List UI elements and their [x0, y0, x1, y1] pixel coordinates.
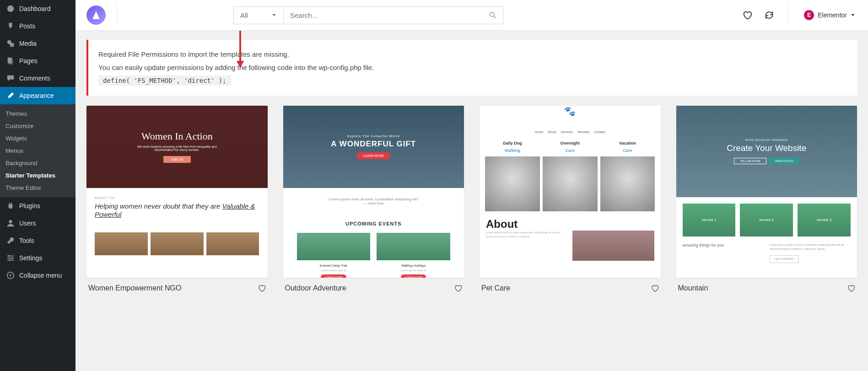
- notice-code: define( 'FS_METHOD', 'direct' );: [98, 75, 231, 86]
- divider: [788, 5, 788, 26]
- nav-media[interactable]: Media: [0, 35, 75, 52]
- content: Required File Permissions to import the …: [75, 31, 868, 371]
- page-icon: [5, 56, 16, 66]
- brush-icon: [5, 91, 16, 101]
- nav-label: Tools: [19, 237, 34, 244]
- category-filter[interactable]: All: [233, 6, 284, 24]
- sub-starter-templates[interactable]: Starter Templates: [0, 169, 75, 182]
- mock-subheading: Helping women never doubt that they are …: [95, 202, 259, 219]
- template-thumbnail: multi-purpose template Create Your Websi…: [676, 106, 857, 278]
- sub-themes[interactable]: Themes: [0, 108, 75, 120]
- builder-select[interactable]: E Elementor: [802, 7, 857, 23]
- template-thumbnail: Women In Action We work towards ensuring…: [86, 106, 268, 278]
- sub-customize[interactable]: Customize: [0, 120, 75, 132]
- plug-icon: [5, 201, 16, 211]
- template-thumbnail: 🐾 HomeAboutServicesReviewsContact Daily …: [480, 106, 661, 278]
- nav-label: Users: [19, 220, 36, 227]
- mock-heading: About: [486, 218, 654, 231]
- nav-label: Dashboard: [19, 5, 51, 12]
- brand-logo: [86, 5, 106, 25]
- template-title: Mountain: [678, 284, 708, 292]
- nav-collapse[interactable]: Collapse menu: [0, 267, 75, 284]
- topbar: All E Elementor: [75, 0, 868, 31]
- chevron-down-icon: [271, 12, 277, 18]
- svg-point-10: [9, 259, 11, 261]
- admin-sidebar: Dashboard Posts Media Pages Comments App…: [0, 0, 75, 371]
- error-notice: Required File Permissions to import the …: [86, 40, 857, 96]
- sub-background[interactable]: Background: [0, 157, 75, 169]
- favorite-button[interactable]: [454, 284, 462, 292]
- search-input[interactable]: [290, 11, 489, 19]
- comment-icon: [5, 73, 16, 83]
- favorite-button[interactable]: [847, 284, 855, 292]
- pin-icon: [5, 21, 16, 31]
- mock-subheading: UPCOMING EVENTS: [283, 221, 464, 226]
- media-icon: [5, 38, 16, 48]
- nav-label: Comments: [19, 75, 50, 82]
- builder-label: Elementor: [818, 11, 847, 19]
- nav-comments[interactable]: Comments: [0, 70, 75, 87]
- nav-settings[interactable]: Settings: [0, 249, 75, 267]
- svg-point-9: [11, 257, 13, 259]
- caret-down-icon: [851, 13, 855, 17]
- mock-heading: Create Your Website: [727, 143, 806, 153]
- svg-rect-3: [9, 59, 13, 65]
- template-title: Women Empowerment NGO: [88, 284, 181, 292]
- wrench-icon: [5, 236, 16, 246]
- nav-label: Pages: [19, 57, 38, 65]
- mock-text: multi-purpose template: [745, 138, 788, 141]
- nav-label: Plugins: [19, 202, 40, 210]
- appearance-submenu: Themes Customize Widgets Menus Backgroun…: [0, 104, 75, 197]
- sub-widgets[interactable]: Widgets: [0, 132, 75, 145]
- templates-grid: Women In Action We work towards ensuring…: [86, 106, 857, 292]
- sync-button[interactable]: [764, 10, 774, 20]
- svg-point-4: [9, 220, 12, 223]
- notice-line-2: You can easily update permissions by add…: [98, 61, 847, 75]
- mock-text: Explore The Colourful World: [347, 134, 400, 138]
- nav-label: Posts: [19, 22, 35, 30]
- nav-label: Appearance: [19, 92, 54, 99]
- nav-tools[interactable]: Tools: [0, 232, 75, 249]
- notice-line-1: Required File Permissions to import the …: [98, 48, 847, 61]
- elementor-icon: E: [804, 10, 814, 20]
- nav-label: Media: [19, 40, 37, 47]
- nav-appearance[interactable]: Appearance: [0, 87, 75, 104]
- favorites-button[interactable]: [742, 10, 752, 20]
- nav-label: Collapse menu: [19, 272, 62, 279]
- favorite-button[interactable]: [258, 284, 266, 292]
- template-card[interactable]: AGENCY 🐾 HomeAboutServicesReviewsContact…: [480, 106, 661, 292]
- mock-heading: A WONDERFUL GIFT: [331, 140, 416, 149]
- mock-button: LEARN MORE: [356, 152, 390, 159]
- user-icon: [5, 218, 16, 228]
- filter-value: All: [240, 11, 248, 19]
- sub-menus[interactable]: Menus: [0, 145, 75, 157]
- svg-rect-1: [10, 43, 14, 47]
- favorite-button[interactable]: [651, 284, 659, 292]
- search-box: [284, 6, 503, 24]
- dashboard-icon: [5, 4, 16, 14]
- topbar-actions: E Elementor: [742, 5, 857, 26]
- main-area: All E Elementor Required File Permission…: [75, 0, 868, 371]
- template-card[interactable]: multi-purpose template Create Your Websi…: [676, 106, 857, 292]
- mock-text: We work towards ensuring a life free fro…: [136, 145, 218, 151]
- sub-theme-editor[interactable]: Theme Editor: [0, 182, 75, 194]
- sliders-icon: [5, 253, 16, 263]
- divider: [117, 5, 117, 26]
- nav-plugins[interactable]: Plugins: [0, 197, 75, 215]
- svg-point-8: [8, 255, 10, 257]
- svg-point-12: [490, 12, 495, 17]
- template-title: Outdoor Adventure: [285, 284, 346, 292]
- nav-posts[interactable]: Posts: [0, 17, 75, 35]
- nav-users[interactable]: Users: [0, 215, 75, 232]
- template-thumbnail: Explore The Colourful World A WONDERFUL …: [283, 106, 464, 278]
- template-card[interactable]: Explore The Colourful World A WONDERFUL …: [283, 106, 464, 292]
- mock-button: JOIN US: [163, 156, 191, 163]
- collapse-icon: [5, 270, 16, 280]
- nav-dashboard[interactable]: Dashboard: [0, 0, 75, 17]
- template-card[interactable]: Women In Action We work towards ensuring…: [86, 106, 268, 292]
- mock-heading: Women In Action: [141, 130, 213, 142]
- search-icon[interactable]: [489, 11, 496, 19]
- nav-pages[interactable]: Pages: [0, 52, 75, 70]
- nav-label: Settings: [19, 254, 43, 262]
- template-title: Pet Care: [481, 284, 510, 292]
